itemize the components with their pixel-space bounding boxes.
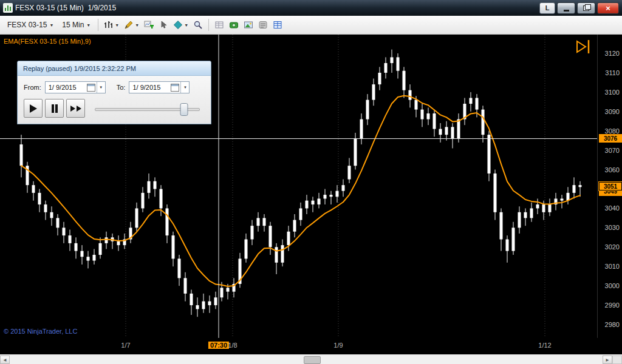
calendar-icon [87,84,95,92]
properties-button[interactable] [256,19,270,31]
minimize-button[interactable] [557,2,575,14]
to-date-value: 1/ 9/2015 [132,84,171,91]
chevron-down-icon[interactable]: ▼ [180,82,189,93]
price-axis-label: 3020 [605,243,620,251]
table-icon [273,20,282,30]
fast-forward-icon [70,106,75,112]
maximize-button[interactable] [577,2,595,14]
price-axis-label: 3080 [605,127,620,135]
to-label: To: [117,84,126,91]
price-axis-label: 3110 [605,69,620,76]
chart-window: FESX 03-15 (15 Min) 1/9/2015 L × FESX 03… [0,0,622,364]
time-axis-label: 07:30 [208,342,229,349]
slider-thumb[interactable] [180,103,188,116]
compass-icon [173,20,183,30]
replay-speed-slider[interactable] [95,101,200,116]
chevron-down-icon: ▼ [135,23,139,27]
from-date-picker[interactable]: 1/ 9/2015 ▼ [45,81,106,93]
chevron-down-icon: ▼ [49,23,53,27]
price-axis-label: 3100 [605,89,620,96]
grid-icon [214,20,224,30]
toolbar-separator [98,19,98,31]
copyright-label: © 2015 NinjaTrader, LLC [4,328,77,335]
chart-style-button[interactable]: ▼ [102,19,121,31]
replay-panel: Replay (paused) 1/9/2015 2:32:22 PM From… [17,61,211,124]
restore-icon [583,5,589,11]
instrument-selector[interactable]: FESX 03-15 ▼ [4,19,57,31]
chevron-down-icon: ▼ [184,23,188,27]
cursor-button[interactable] [157,19,170,31]
crosshair-button[interactable]: ▼ [171,19,190,31]
replay-title-bar[interactable]: Replay (paused) 1/9/2015 2:32:22 PM [18,61,211,76]
market-data-button[interactable] [271,19,284,31]
from-date-value: 1/ 9/2015 [49,84,87,91]
time-axis-label: 1/9 [333,342,343,349]
fast-forward-icon [77,106,81,112]
time-axis[interactable]: 1/707:301/81/91/12 [0,338,622,354]
snapshot-button[interactable] [227,19,241,31]
pencil-icon [124,20,134,30]
minimize-icon [564,10,569,12]
price-axis-label: 3010 [605,263,620,270]
indicator-plus-icon [144,20,154,30]
chevron-down-icon: ▼ [86,23,91,27]
interval-selector[interactable]: 15 Min ▼ [58,19,94,31]
chart-area: EMA(FESX 03-15 (15 Min),9) © 2015 NinjaT… [0,35,622,338]
zoom-button[interactable] [191,19,205,31]
price-axis-label: 3090 [605,108,620,115]
scrollbar-thumb[interactable] [304,356,321,364]
camera-icon [229,20,239,30]
pause-icon [52,104,54,113]
pause-button[interactable] [45,99,64,118]
price-axis-label: 3030 [605,224,620,231]
magnifier-icon [193,20,203,30]
replay-body: From: 1/ 9/2015 ▼ To: 1/ 9/2015 ▼ [18,76,211,124]
play-icon [30,104,37,113]
replay-title: Replay (paused) 1/9/2015 2:32:22 PM [23,65,136,72]
app-icon [3,3,13,13]
time-axis-label: 1/8 [228,342,237,349]
indicators-button[interactable] [142,19,156,31]
to-date-picker[interactable]: 1/ 9/2015 ▼ [129,81,190,93]
time-axis-label: 1/12 [538,342,551,349]
chevron-down-icon[interactable]: ▼ [97,82,105,93]
price-axis-label: 3120 [605,50,620,57]
chart-image-button[interactable] [242,19,255,31]
play-button[interactable] [24,99,43,118]
title-bar[interactable]: FESX 03-15 (15 Min) 1/9/2015 L × [0,0,622,16]
picture-icon [244,20,253,30]
scrollbar-corner [612,356,622,364]
chevron-down-icon: ▼ [115,23,119,27]
pointer-icon [159,20,168,30]
scroll-left-button[interactable]: ◄ [0,356,10,364]
indicator-label: EMA(FESX 03-15 (15 Min),9) [4,38,91,45]
properties-icon [258,20,268,30]
last-price-tag: 3051 [599,182,622,190]
crosshair-price-tag: 3076 [599,134,622,143]
data-grid-button[interactable] [213,19,226,31]
link-button[interactable]: L [539,2,555,14]
from-label: From: [24,84,41,91]
drawing-tools-button[interactable]: ▼ [122,19,141,31]
price-axis-label: 3040 [605,204,620,212]
horizontal-scrollbar[interactable]: ◄ ► [0,354,622,364]
scroll-right-button[interactable]: ► [603,356,612,364]
pause-icon [55,104,58,113]
price-axis-label: 3070 [605,147,620,154]
time-axis-label: 1/7 [121,342,130,349]
calendar-icon [171,84,179,92]
bar-chart-icon [104,20,114,30]
price-axis-label: 2990 [605,302,620,309]
fast-forward-button[interactable] [66,99,85,118]
toolbar-separator [208,19,209,31]
close-button[interactable]: × [597,2,619,14]
replay-marker-icon [577,40,589,53]
price-axis-label: 3000 [605,282,620,289]
price-axis-label: 2980 [605,321,620,328]
window-title: FESX 03-15 (15 Min) 1/9/2015 [15,4,539,12]
price-axis-label: 3060 [605,166,620,174]
chart-toolbar: FESX 03-15 ▼ 15 Min ▼ ▼ ▼ [0,16,622,35]
